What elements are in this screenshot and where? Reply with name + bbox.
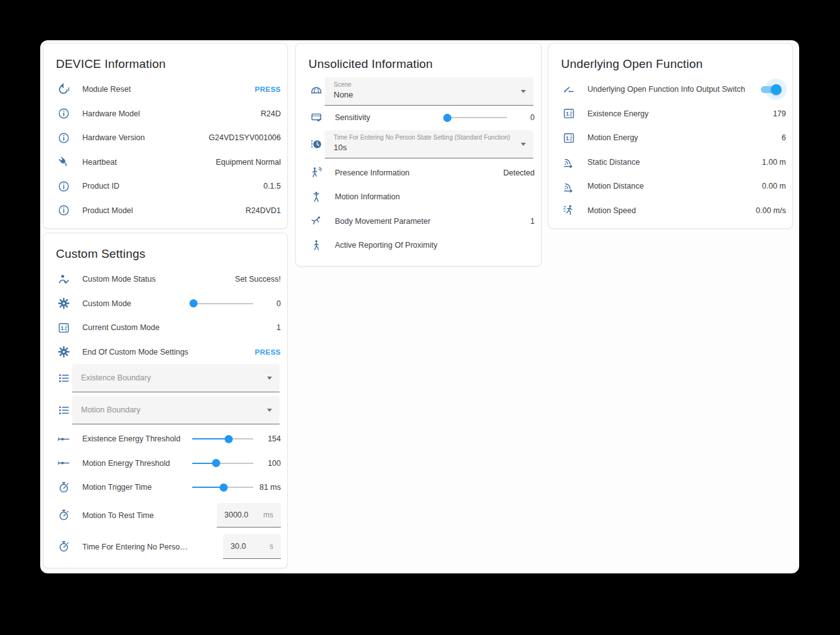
- row-label: Hardware Model: [82, 109, 261, 118]
- row-label: Existence Energy: [587, 109, 773, 118]
- existence-boundary-select[interactable]: Existence Boundary: [72, 364, 280, 392]
- row-label: Body Movement Parameter: [335, 217, 530, 226]
- chevron-down-icon: [521, 90, 526, 93]
- no-person-state-row: Time For Entering No Person State Settin…: [296, 130, 541, 158]
- info-icon: [55, 204, 72, 217]
- custom-mode-row: Custom Mode 0: [43, 292, 287, 316]
- row-label: Custom Mode Status: [82, 275, 235, 284]
- presence-information-row: Presence Information Detected: [296, 161, 541, 185]
- motion-trigger-time-row: Motion Trigger Time 81 ms: [43, 475, 287, 500]
- row-label: Custom Mode: [82, 299, 192, 308]
- custom-mode-slider[interactable]: [192, 299, 253, 308]
- body-movement-parameter-row: Body Movement Parameter 1: [296, 209, 541, 234]
- number-icon: [55, 321, 72, 334]
- product-id-row: Product ID 0.1.5: [43, 174, 287, 199]
- info-output-switch-row: Underlying Open Function Info Output Swi…: [548, 77, 792, 102]
- hardware-model-row: Hardware Model R24D: [43, 102, 287, 126]
- walking-person-icon: [307, 239, 325, 252]
- input-unit: ms: [263, 511, 273, 519]
- row-label: Underlying Open Function Info Output Swi…: [587, 85, 760, 94]
- motion-person-icon: [307, 190, 325, 204]
- row-value: 1.00 m: [762, 158, 786, 167]
- info-icon: [55, 180, 72, 193]
- info-output-toggle[interactable]: [760, 83, 781, 96]
- no-person-state-select[interactable]: Time For Entering No Person State Settin…: [325, 130, 533, 158]
- device-information-card: DEVICE Information Module Reset PRESS Ha…: [43, 43, 288, 229]
- timer-icon: [55, 540, 72, 553]
- row-label: Product ID: [82, 182, 263, 190]
- row-label: Motion Information: [335, 192, 535, 201]
- row-value: 6: [782, 133, 786, 142]
- scene-row: Scene None: [296, 77, 541, 106]
- info-icon: [55, 107, 72, 120]
- reset-icon: [55, 83, 72, 96]
- row-value: G24VD1SYV001006: [209, 133, 281, 142]
- motion-boundary-select[interactable]: Motion Boundary: [72, 396, 280, 424]
- speed-icon: [560, 204, 577, 217]
- existence-energy-threshold-slider[interactable]: [192, 434, 253, 443]
- timer-icon: [55, 509, 72, 522]
- hardware-version-row: Hardware Version G24VD1SYV001006: [43, 126, 287, 150]
- gear-icon: [55, 345, 72, 358]
- row-value: R24DVD1: [246, 206, 281, 215]
- select-label: Scene: [334, 81, 515, 88]
- row-label: Current Custom Mode: [82, 323, 276, 332]
- row-label: Static Distance: [587, 158, 762, 167]
- existence-energy-row: Existence Energy 179: [548, 102, 792, 126]
- row-value: Detected: [503, 168, 535, 177]
- existence-energy-threshold-row: Existence Energy Threshold 154: [43, 427, 287, 451]
- motion-trigger-time-slider[interactable]: [192, 483, 253, 492]
- module-reset-press-button[interactable]: PRESS: [255, 86, 281, 93]
- distance-icon: [560, 180, 577, 193]
- end-custom-mode-press-button[interactable]: PRESS: [255, 348, 281, 356]
- row-label: Motion Energy: [587, 133, 782, 142]
- row-label: Existence Energy Threshold: [82, 434, 192, 443]
- threshold-icon: [55, 433, 72, 446]
- list-icon: [55, 372, 72, 385]
- active-reporting-proximity-row: Active Reporting Of Proximity: [296, 233, 541, 258]
- row-label: Motion To Rest Time: [82, 511, 217, 520]
- distance-icon: [560, 155, 577, 168]
- row-value: 1: [530, 217, 535, 226]
- static-distance-row: Static Distance 1.00 m: [548, 150, 792, 175]
- input-value: 3000.0: [224, 511, 248, 519]
- toggle-thumb: [771, 84, 782, 95]
- slider-value: 100: [258, 459, 281, 468]
- chevron-down-icon: [521, 143, 526, 146]
- underlying-card-title: Underlying Open Function: [548, 43, 792, 77]
- sensitivity-slider[interactable]: [446, 113, 507, 122]
- scene-icon: [307, 85, 325, 98]
- row-label: Product Model: [82, 206, 246, 215]
- underlying-open-function-card: Underlying Open Function Underlying Open…: [548, 43, 793, 229]
- gear-icon: [55, 297, 72, 310]
- body-movement-icon: [307, 214, 325, 228]
- no-person-time-row: Time For Entering No Perso… 30.0 s: [43, 531, 287, 563]
- list-icon: [55, 404, 72, 417]
- select-placeholder: Existence Boundary: [81, 364, 261, 392]
- row-value: Set Success!: [235, 275, 281, 284]
- end-custom-mode-row: End Of Custom Mode Settings PRESS: [43, 340, 287, 365]
- row-value: 179: [773, 109, 786, 118]
- no-person-time-input[interactable]: 30.0 s: [223, 534, 281, 559]
- select-value: None: [334, 90, 515, 99]
- row-label: Presence Information: [335, 168, 503, 177]
- number-icon: [560, 131, 577, 145]
- motion-energy-threshold-slider[interactable]: [192, 459, 253, 468]
- current-custom-mode-row: Current Custom Mode 1: [43, 316, 287, 340]
- row-label: Active Reporting Of Proximity: [335, 241, 535, 250]
- motion-speed-row: Motion Speed 0.00 m/s: [548, 199, 792, 223]
- device-card-title: DEVICE Information: [43, 43, 287, 77]
- slider-value: 0: [258, 299, 281, 308]
- scene-select[interactable]: Scene None: [325, 77, 533, 106]
- product-model-row: Product Model R24DVD1: [43, 199, 287, 223]
- motion-energy-threshold-row: Motion Energy Threshold 100: [43, 451, 287, 476]
- unsolicited-card-title: Unsolicited Information: [296, 43, 541, 77]
- info-icon: [55, 131, 72, 145]
- row-label: Sensitivity: [335, 113, 446, 122]
- custom-card-title: Custom Settings: [43, 233, 287, 267]
- slider-value: 0: [512, 113, 535, 122]
- timer-icon: [55, 481, 72, 494]
- row-value: 1: [276, 323, 281, 332]
- clock-icon: [307, 138, 325, 151]
- motion-to-rest-time-input[interactable]: 3000.0 ms: [217, 503, 281, 527]
